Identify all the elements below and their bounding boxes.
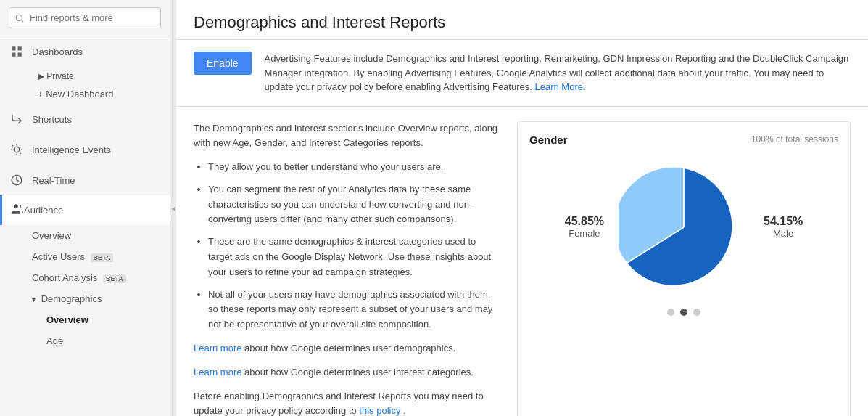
intelligence-label: Intelligence Events xyxy=(32,144,111,155)
svg-rect-2 xyxy=(12,46,15,50)
sidebar-item-dashboards[interactable]: Dashboards xyxy=(0,36,170,67)
male-label: Male xyxy=(764,228,803,239)
pie-wrapper: 45.85% Female xyxy=(565,162,803,293)
learn-more-interests: Learn more about how Google determines u… xyxy=(194,365,500,380)
pie-chart xyxy=(619,162,749,293)
sidebar-sub-demographics-overview[interactable]: Overview xyxy=(0,309,170,330)
this-policy-link[interactable]: this policy xyxy=(359,405,400,416)
learn-more-demographics: Learn more about how Google determines u… xyxy=(194,341,500,356)
sidebar-sub-overview[interactable]: Overview xyxy=(0,225,170,246)
realtime-label: Real-Time xyxy=(32,175,75,186)
audience-label: Audience xyxy=(24,205,63,216)
bullet-4: Not all of your users may have demograph… xyxy=(208,287,500,333)
bullet-1: They allow you to better understand who … xyxy=(208,160,500,175)
chart-panel: Gender 100% of total sessions 45.85% Fem… xyxy=(517,121,851,417)
bullets-list: They allow you to better understand who … xyxy=(194,160,500,333)
dashboards-label: Dashboards xyxy=(32,46,83,57)
sidebar-sub-cohort-analysis[interactable]: Cohort Analysis BETA xyxy=(0,267,170,288)
female-label-group: 45.85% Female xyxy=(565,215,604,239)
female-percentage: 45.85% xyxy=(565,215,604,228)
resize-handle[interactable]: ◂ xyxy=(170,0,176,416)
people-icon xyxy=(11,203,24,218)
privacy-policy-note: Before enabling Demographics and Interes… xyxy=(194,389,500,416)
new-dashboard-button[interactable]: + New Dashboard xyxy=(0,84,170,104)
sidebar: Dashboards ▶ Private + New Dashboard Sho… xyxy=(0,0,170,416)
learn-more-interests-link[interactable]: Learn more xyxy=(194,367,241,378)
svg-line-1 xyxy=(22,20,24,22)
main-content: Demographics and Interest Reports Enable… xyxy=(176,0,868,416)
sidebar-item-audience[interactable]: Audience xyxy=(0,195,170,225)
chart-title: Gender xyxy=(529,134,568,146)
svg-point-0 xyxy=(16,15,22,20)
content-area: The Demographics and Interest sections i… xyxy=(176,107,868,417)
sidebar-item-intelligence[interactable]: Intelligence Events xyxy=(0,134,170,165)
clock-icon xyxy=(9,172,25,188)
description-intro: The Demographics and Interest sections i… xyxy=(194,121,500,152)
svg-rect-4 xyxy=(12,53,15,57)
page-header: Demographics and Interest Reports xyxy=(176,0,868,40)
enable-learn-more-link[interactable]: Learn More. xyxy=(535,81,586,92)
male-percentage: 54.15% xyxy=(764,215,803,228)
carousel-dot-1[interactable] xyxy=(667,309,674,316)
search-input[interactable] xyxy=(9,7,161,28)
cohort-beta-badge: BETA xyxy=(103,274,126,283)
svg-point-6 xyxy=(14,147,20,152)
sidebar-item-shortcuts[interactable]: Shortcuts xyxy=(0,104,170,134)
active-users-beta-badge: BETA xyxy=(91,253,114,262)
carousel-dot-3[interactable] xyxy=(693,309,700,316)
shortcuts-label: Shortcuts xyxy=(32,114,72,125)
chart-header: Gender 100% of total sessions xyxy=(529,134,838,146)
shortcuts-icon xyxy=(9,111,25,127)
svg-point-14 xyxy=(14,204,18,208)
private-label[interactable]: ▶ Private xyxy=(0,67,170,84)
carousel-dot-2[interactable] xyxy=(680,309,687,316)
search-section xyxy=(0,0,170,36)
sidebar-sub-active-users[interactable]: Active Users BETA xyxy=(0,246,170,267)
carousel-dots xyxy=(667,309,700,316)
sidebar-sub-demographics[interactable]: ▾ Demographics xyxy=(0,288,170,309)
search-icon xyxy=(15,13,25,23)
svg-line-10 xyxy=(20,153,21,154)
female-label: Female xyxy=(565,228,604,239)
lightbulb-icon xyxy=(9,142,25,158)
description-column: The Demographics and Interest sections i… xyxy=(194,121,500,417)
svg-line-9 xyxy=(12,145,13,146)
male-label-group: 54.15% Male xyxy=(764,215,803,239)
sidebar-item-realtime[interactable]: Real-Time xyxy=(0,165,170,195)
svg-rect-3 xyxy=(18,46,22,50)
svg-rect-5 xyxy=(18,53,22,57)
enable-section: Enable Advertising Features include Demo… xyxy=(176,40,868,107)
chart-subtitle: 100% of total sessions xyxy=(751,134,838,144)
learn-more-demographics-link[interactable]: Learn more xyxy=(194,343,241,354)
bullet-2: You can segment the rest of your Analyti… xyxy=(208,182,500,227)
enable-description: Advertising Features include Demographic… xyxy=(265,52,851,94)
demographics-collapse-arrow: ▾ xyxy=(32,295,36,303)
grid-icon xyxy=(9,44,25,60)
sidebar-sub-demographics-age[interactable]: Age xyxy=(0,330,170,351)
page-title: Demographics and Interest Reports xyxy=(194,13,851,32)
bullet-3: These are the same demographics & intere… xyxy=(208,234,500,280)
enable-button[interactable]: Enable xyxy=(194,52,252,75)
